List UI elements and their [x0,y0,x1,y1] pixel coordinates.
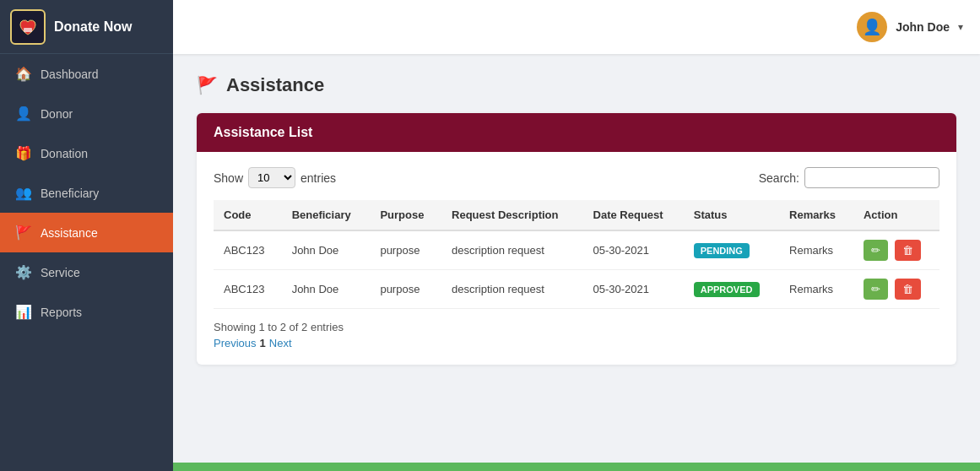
table-row: ABC123 John Doe purpose description requ… [214,270,939,309]
user-menu[interactable]: 👤 John Doe ▾ [857,12,963,42]
col-date-request: Date Request [583,200,684,230]
table-body: ABC123 John Doe purpose description requ… [214,230,939,309]
edit-button[interactable]: ✏ [864,240,888,261]
sidebar-item-assistance[interactable]: 🚩 Assistance [0,213,173,252]
delete-button[interactable]: 🗑 [895,240,921,261]
topbar: 👤 John Doe ▾ [173,0,980,54]
assistance-icon: 🚩 [15,225,32,241]
svg-rect-0 [24,28,32,32]
cell-purpose: purpose [370,230,441,270]
search-label: Search: [759,171,799,185]
cell-action: ✏ 🗑 [853,270,939,309]
user-avatar: 👤 [857,12,887,42]
donor-icon: 👤 [15,106,32,122]
sidebar-item-donation[interactable]: 🎁 Donation [0,133,173,173]
col-request-description: Request Description [441,200,582,230]
page-header-icon: 🚩 [197,75,218,95]
logo-icon [10,9,46,45]
sidebar-nav: 🏠 Dashboard 👤 Donor 🎁 Donation 👥 Benefic… [0,54,173,332]
card-body: Show 10 25 50 100 entries Search: [197,152,956,365]
search-area: Search: [759,167,939,188]
dropdown-arrow-icon: ▾ [958,21,963,33]
card-header: Assistance List [197,113,956,152]
sidebar-item-beneficiary[interactable]: 👥 Beneficiary [0,173,173,213]
page-header: 🚩 Assistance [197,74,956,96]
cell-remarks: Remarks [779,230,853,270]
page-title: Assistance [226,74,324,96]
beneficiary-icon: 👥 [15,185,32,201]
dashboard-icon: 🏠 [15,66,32,82]
cell-status: APPROVED [684,270,779,309]
assistance-card: Assistance List Show 10 25 50 100 entrie… [197,113,956,365]
col-purpose: Purpose [370,200,441,230]
show-label: Show [214,171,243,185]
cell-beneficiary: John Doe [282,230,371,270]
sidebar-item-label: Donor [41,107,73,121]
cell-beneficiary: John Doe [282,270,371,309]
sidebar-item-label: Donation [41,147,88,160]
sidebar-item-reports[interactable]: 📊 Reports [0,292,173,332]
pagination-page-1[interactable]: 1 [260,337,266,349]
cell-request-description: description request [441,230,582,270]
cell-action: ✏ 🗑 [853,230,939,270]
cell-date-request: 05-30-2021 [583,230,684,270]
assistance-table: Code Beneficiary Purpose Request Descrip… [214,200,939,309]
sidebar-item-label: Assistance [41,226,98,240]
sidebar-item-dashboard[interactable]: 🏠 Dashboard [0,54,173,94]
sidebar-item-donor[interactable]: 👤 Donor [0,94,173,133]
cell-code: ABC123 [214,230,282,270]
search-input[interactable] [804,167,939,188]
edit-button[interactable]: ✏ [864,279,888,300]
col-status: Status [684,200,779,230]
service-icon: ⚙️ [15,264,32,280]
sidebar-item-service[interactable]: ⚙️ Service [0,252,173,292]
reports-icon: 📊 [15,304,32,320]
cell-remarks: Remarks [779,270,853,309]
show-entries-control: Show 10 25 50 100 entries [214,167,336,188]
cell-purpose: purpose [370,270,441,309]
logo-area[interactable]: Donate Now [0,0,173,54]
table-header-row: Code Beneficiary Purpose Request Descrip… [214,200,939,230]
cell-code: ABC123 [214,270,282,309]
pagination-next[interactable]: Next [269,337,292,349]
cell-status: PENDING [684,230,779,270]
content-area: 🚩 Assistance Assistance List Show 10 25 … [173,54,980,463]
col-remarks: Remarks [779,200,853,230]
donation-icon: 🎁 [15,145,32,161]
table-row: ABC123 John Doe purpose description requ… [214,230,939,270]
col-action: Action [853,200,939,230]
delete-button[interactable]: 🗑 [895,279,921,300]
table-controls: Show 10 25 50 100 entries Search: [214,167,939,188]
card-title: Assistance List [214,125,312,139]
user-name: John Doe [896,20,950,34]
status-badge: APPROVED [694,282,760,297]
sidebar: Donate Now 🏠 Dashboard 👤 Donor 🎁 Donatio… [0,0,173,471]
sidebar-item-label: Beneficiary [41,187,99,200]
status-badge: PENDING [694,243,750,258]
col-code: Code [214,200,282,230]
sidebar-item-label: Service [41,266,80,279]
cell-date-request: 05-30-2021 [583,270,684,309]
pagination-previous[interactable]: Previous [214,337,257,349]
entries-label: entries [300,171,336,185]
cell-request-description: description request [441,270,582,309]
sidebar-item-label: Reports [41,306,82,319]
pagination-links: Previous 1 Next [214,337,939,349]
entries-select[interactable]: 10 25 50 100 [248,167,295,188]
app-title: Donate Now [54,19,132,35]
sidebar-item-label: Dashboard [41,68,99,81]
main-content: 👤 John Doe ▾ 🚩 Assistance Assistance Lis… [173,0,980,471]
pagination-info: Showing 1 to 2 of 2 entries [214,321,939,333]
col-beneficiary: Beneficiary [282,200,371,230]
